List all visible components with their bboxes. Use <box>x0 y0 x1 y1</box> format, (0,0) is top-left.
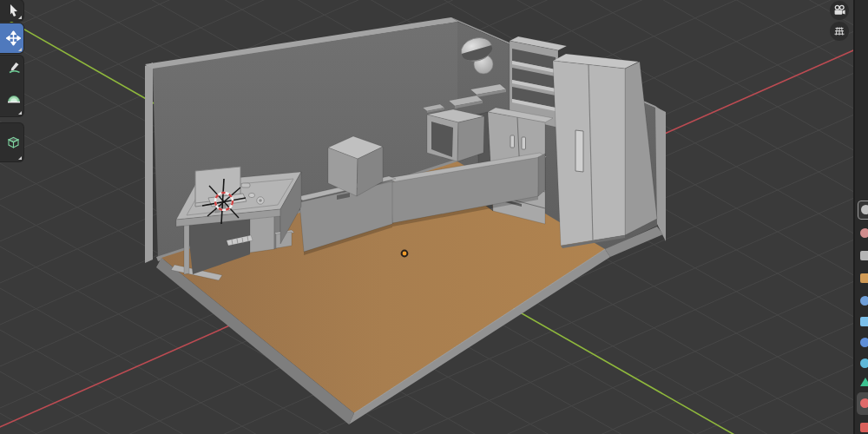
wardrobe[interactable] <box>553 54 657 248</box>
move-tool-button[interactable] <box>0 23 23 53</box>
flyout-indicator <box>18 48 22 51</box>
object-data-icon <box>860 378 868 386</box>
camera-icon <box>833 4 846 16</box>
mouse[interactable] <box>248 193 254 197</box>
open-cube-shelf[interactable] <box>427 109 484 161</box>
world-icon <box>860 296 868 306</box>
annotate-measure-group <box>0 56 23 116</box>
render-icon <box>860 228 868 238</box>
physics-icon <box>860 358 868 368</box>
texture-icon <box>860 423 868 432</box>
grid-icon <box>833 25 845 37</box>
flyout-indicator <box>18 16 22 19</box>
viewport-3d[interactable] <box>0 0 868 434</box>
object-icon <box>860 317 868 326</box>
mug[interactable] <box>257 197 264 204</box>
properties-tab-physics[interactable] <box>858 355 868 372</box>
modifiers-icon <box>860 338 868 347</box>
properties-tab-active-tool[interactable] <box>858 201 868 220</box>
camera-view-button[interactable] <box>830 1 849 20</box>
properties-tab-material[interactable] <box>858 395 868 412</box>
properties-tab-object-data[interactable] <box>858 374 868 391</box>
move-gizmo-icon <box>6 31 21 46</box>
properties-tab-strip <box>853 0 868 434</box>
properties-tab-scene[interactable] <box>858 270 868 287</box>
measure-tool-button[interactable] <box>0 80 23 116</box>
properties-tab-modifiers[interactable] <box>858 334 868 352</box>
scene-icon <box>860 273 868 283</box>
properties-tab-texture[interactable] <box>858 419 868 434</box>
properties-tab-render[interactable] <box>858 225 868 242</box>
flyout-indicator <box>18 156 22 160</box>
add-cube-icon <box>6 135 21 150</box>
desk-speaker[interactable] <box>241 183 250 187</box>
add-cube-tool-button[interactable] <box>0 123 23 161</box>
select-box-tool-button[interactable] <box>0 0 23 21</box>
measure-protractor-icon <box>7 92 21 104</box>
material-icon <box>860 398 868 408</box>
properties-tab-world[interactable] <box>858 293 868 310</box>
flyout-indicator <box>18 111 22 115</box>
annotate-tool-button[interactable] <box>0 56 23 80</box>
properties-tab-output[interactable] <box>858 247 868 265</box>
origin-point <box>402 251 408 257</box>
annotate-pencil-icon <box>8 62 21 75</box>
left-wall-outer-edge <box>145 62 153 263</box>
output-icon <box>860 251 868 260</box>
active-tool-icon <box>861 205 868 214</box>
orthographic-view-button[interactable] <box>830 22 849 41</box>
properties-tab-object[interactable] <box>858 313 868 331</box>
